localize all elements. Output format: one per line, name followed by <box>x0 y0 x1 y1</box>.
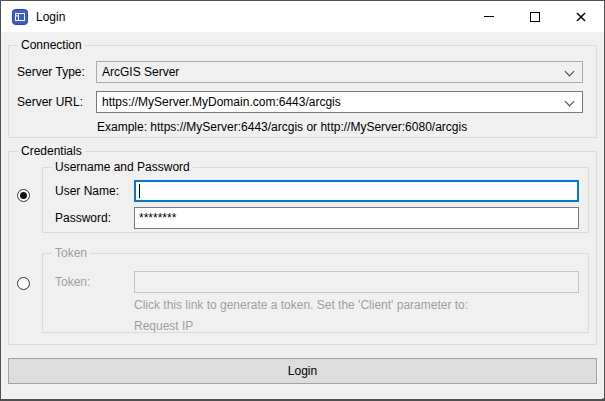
window-title: Login <box>36 10 65 24</box>
chevron-down-icon <box>565 97 575 107</box>
server-type-select[interactable]: ArcGIS Server <box>96 61 583 83</box>
server-url-combobox[interactable]: https://MyServer.MyDomain.com:6443/arcgi… <box>96 91 583 113</box>
username-password-radio[interactable] <box>17 189 30 202</box>
login-button[interactable]: Login <box>8 358 597 384</box>
token-info-text: Click this link to generate a token. Set… <box>134 298 468 312</box>
token-group-label: Token <box>52 246 90 260</box>
close-icon: × <box>574 9 587 25</box>
server-url-value: https://MyServer.MyDomain.com:6443/arcgi… <box>102 95 341 109</box>
caption-buttons: × <box>466 1 604 32</box>
password-label: Password: <box>55 211 111 225</box>
titlebar: Login × <box>1 1 604 32</box>
app-window-icon <box>12 9 28 25</box>
client-area: Connection Server Type: ArcGIS Server Se… <box>1 32 604 399</box>
user-name-input[interactable] <box>134 180 579 202</box>
token-radio[interactable] <box>17 277 30 290</box>
server-url-label: Server URL: <box>17 95 83 109</box>
token-input <box>134 271 579 293</box>
username-password-group-label: Username and Password <box>52 160 193 174</box>
login-dialog: Login × Connection Server Type: ArcGIS S… <box>0 0 605 401</box>
server-type-label: Server Type: <box>17 65 85 79</box>
user-name-label: User Name: <box>55 184 119 198</box>
credentials-group-label: Credentials <box>18 144 85 158</box>
resize-grip-icon[interactable] <box>598 394 600 396</box>
minimize-icon <box>484 16 494 17</box>
close-button[interactable]: × <box>558 1 604 32</box>
token-request-ip-link: Request IP <box>134 319 193 333</box>
password-input[interactable] <box>134 207 579 229</box>
chevron-down-icon <box>565 67 575 77</box>
maximize-icon <box>530 12 540 22</box>
text-caret <box>139 184 140 198</box>
connection-group-label: Connection <box>18 38 85 52</box>
maximize-button[interactable] <box>512 1 558 32</box>
token-label: Token: <box>55 275 90 289</box>
login-button-label: Login <box>288 364 317 378</box>
server-type-value: ArcGIS Server <box>102 65 179 79</box>
server-url-example: Example: https://MyServer:6443/arcgis or… <box>97 120 467 134</box>
token-groupbox: Token <box>42 253 589 333</box>
minimize-button[interactable] <box>466 1 512 32</box>
